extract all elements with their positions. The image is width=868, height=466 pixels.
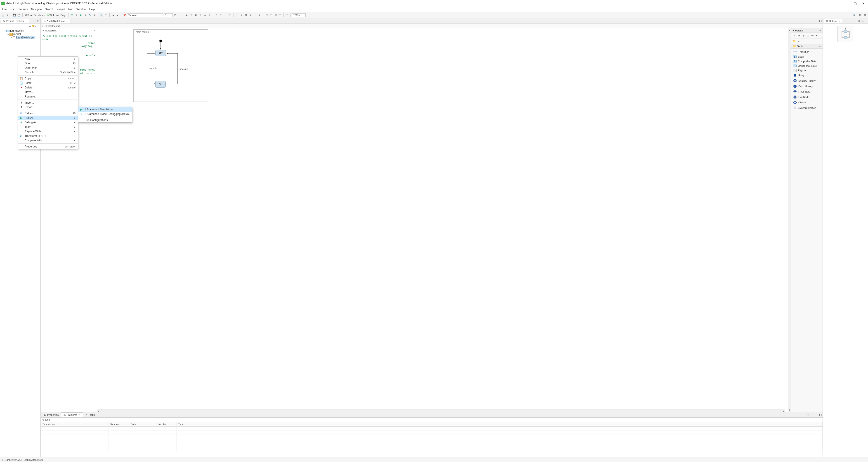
col-path[interactable]: Path <box>129 422 156 427</box>
diagram-canvas[interactable]: main region Off On operate operate <box>97 28 788 412</box>
dropdown-icon[interactable]: ▾ <box>269 13 273 17</box>
cm-compare-with[interactable]: Compare With▸ <box>18 138 78 143</box>
project-explorer-tab[interactable]: 🗂 Project Explorer × <box>1 19 29 23</box>
col-location[interactable]: Location <box>156 422 176 427</box>
minimize-button[interactable]: — <box>845 2 848 5</box>
menu-window[interactable]: Window <box>75 7 88 11</box>
tool-exit-node[interactable]: Exit Node <box>791 94 823 100</box>
col-description[interactable]: Description <box>41 422 108 427</box>
font-select[interactable]: Tahoma <box>127 13 163 17</box>
dropdown-icon[interactable]: ▾ <box>257 13 261 17</box>
tool-choice[interactable]: Choice <box>791 100 823 105</box>
tree-file-lightswitch[interactable]: ›LightSwitch.ysc <box>10 36 40 39</box>
external-tools-icon[interactable]: 🔧 <box>88 13 92 17</box>
zoom-select[interactable]: 100% <box>292 13 306 17</box>
outline-thumbnail[interactable] <box>837 26 853 42</box>
dropdown-icon[interactable]: ▾ <box>219 13 223 17</box>
submenu-trace-debugging[interactable]: ⟲2 Statechart Trace Debugging (Beta) <box>78 112 132 116</box>
arrange-icon[interactable]: ▦ <box>244 13 248 17</box>
search-icon[interactable]: 🔍 <box>99 13 103 17</box>
maximize-editor-icon[interactable]: ▢ <box>818 20 823 23</box>
dropdown-icon[interactable]: ▾ <box>104 13 108 17</box>
note-icon[interactable]: ▭ <box>811 34 814 37</box>
dropdown-icon[interactable]: ▾ <box>92 13 96 17</box>
problems-table[interactable]: Description Resource Path Location Type <box>41 422 823 457</box>
tool-transition[interactable]: Transition <box>791 49 823 55</box>
tool-shallow-history[interactable]: HShallow History <box>791 78 823 84</box>
collapse-section-icon[interactable]: ○ <box>819 45 821 48</box>
dropdown-icon[interactable]: ▾ <box>74 13 79 17</box>
submenu-run-configurations[interactable]: Run Configurations... <box>78 118 132 122</box>
main-region[interactable]: main region Off On operate operate <box>133 29 208 102</box>
palette-header[interactable]: ▸ Palette ◂ <box>791 28 823 33</box>
tools-section-header[interactable]: 📁 Tools ○ <box>791 44 823 49</box>
send-feedback-button[interactable]: ✉Send Feedback <box>24 13 45 17</box>
save-all-icon[interactable]: 💾 <box>17 13 21 17</box>
cm-refresh[interactable]: ⟳RefreshF5 <box>18 111 78 116</box>
quick-access-icon[interactable]: 🔍 <box>852 13 856 17</box>
filter-icon[interactable]: ▽ <box>34 24 36 27</box>
forward-icon[interactable]: ► <box>116 13 120 17</box>
menu-diagram[interactable]: Diagram <box>16 7 29 11</box>
tab-properties[interactable]: ▤Properties <box>41 412 61 417</box>
outline-tab[interactable]: ▤ Outline × <box>824 19 842 23</box>
minimize-view-icon[interactable]: ─ <box>814 413 818 416</box>
line-color-icon[interactable]: ▭ <box>203 13 207 17</box>
tree-project[interactable]: ⌄LightSwitch ⌄model ›LightSwitch.ysc <box>4 29 40 40</box>
dropdown-icon[interactable]: ▾ <box>198 13 202 17</box>
new-icon[interactable]: 📄 <box>1 13 5 17</box>
state-on[interactable]: On <box>155 81 166 88</box>
menu-run[interactable]: Run <box>67 7 74 11</box>
col-type[interactable]: Type <box>176 422 197 427</box>
save-icon[interactable]: 💾 <box>12 13 17 17</box>
tool-synchronization[interactable]: Synchronization <box>791 105 823 111</box>
zoom-out-icon[interactable]: ⊖ <box>802 34 805 37</box>
align-icon[interactable]: ≡ <box>253 13 257 17</box>
cm-import[interactable]: ⬇Import... <box>18 100 78 105</box>
dropdown-icon[interactable]: ▾ <box>207 13 211 17</box>
italic-icon[interactable]: I <box>178 13 182 17</box>
dropdown-icon[interactable]: ▾ <box>228 13 232 17</box>
close-tab-icon[interactable]: × <box>839 20 840 22</box>
tool-region[interactable]: Region <box>791 68 823 72</box>
dropdown-icon[interactable]: ▾ <box>239 13 243 17</box>
col-resource[interactable]: Resource <box>108 422 129 427</box>
dropdown-icon[interactable]: ▾ <box>5 13 9 17</box>
folder-icon[interactable]: 📁 <box>793 39 796 43</box>
cm-transform-sct[interactable]: ◐Transform to SCT <box>18 134 78 138</box>
collapse-all-icon[interactable]: ⊟ <box>29 24 31 27</box>
outline-overview-icon[interactable]: ▭ <box>861 20 864 23</box>
cm-export[interactable]: ⬆Export... <box>18 105 78 110</box>
cm-new[interactable]: New▸ <box>18 57 78 61</box>
cm-team[interactable]: Team▸ <box>18 125 78 129</box>
maximize-view-icon[interactable]: ▢ <box>36 20 39 23</box>
pin-icon[interactable]: 📌 <box>123 13 127 17</box>
fill-color-icon[interactable]: ▣ <box>194 13 198 17</box>
dropdown-icon[interactable]: ▾ <box>815 34 819 37</box>
tool-final-state[interactable]: Final State <box>791 89 823 94</box>
zoom-in-icon[interactable]: ⊕ <box>797 34 801 37</box>
select-icon[interactable]: ⬚ <box>235 13 239 17</box>
autosize-icon[interactable]: ◫ <box>285 13 289 17</box>
menu-edit[interactable]: Edit <box>8 7 16 11</box>
perspective-icon[interactable]: ▦ <box>858 13 862 17</box>
cm-show-in[interactable]: Show InAlt+Shift+W▸ <box>18 70 78 75</box>
outline-mode-icon[interactable]: ▦ <box>858 20 861 23</box>
view-menu-icon[interactable]: ⋮ <box>810 413 814 416</box>
show-icon[interactable]: ⊞ <box>274 13 278 17</box>
menu-file[interactable]: File <box>1 7 8 11</box>
minimize-view-icon[interactable]: ─ <box>33 20 36 23</box>
cm-move[interactable]: Move... <box>18 90 78 94</box>
cm-rename[interactable]: Rename... <box>18 94 78 99</box>
font-color-icon[interactable]: A <box>185 13 189 17</box>
tool-composite-state[interactable]: CComposite State <box>791 59 823 64</box>
editor-tab-lightswitch[interactable]: ◇ *LightSwitch.ysc × <box>41 19 71 23</box>
tab-problems[interactable]: ⚠Problems× <box>61 412 83 417</box>
cm-open-with[interactable]: Open With▸ <box>18 66 78 70</box>
close-tab-icon[interactable]: × <box>26 20 27 22</box>
dropdown-icon[interactable]: ▾ <box>278 13 282 17</box>
cm-paste[interactable]: 📄PasteCtrl+V <box>18 81 78 85</box>
cm-copy[interactable]: 📋CopyCtrl+C <box>18 76 78 81</box>
cm-replace-with[interactable]: Replace With▸ <box>18 129 78 134</box>
outline-tree-icon[interactable]: ⋮ <box>864 20 867 23</box>
